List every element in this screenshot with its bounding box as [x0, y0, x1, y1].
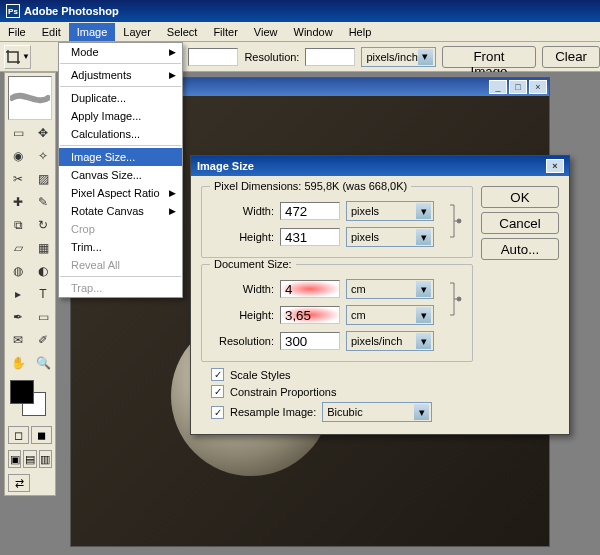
px-height-label: Height: — [210, 231, 274, 243]
chevron-down-icon: ▼ — [22, 52, 30, 61]
chevron-down-icon: ▾ — [416, 203, 431, 219]
menu-select[interactable]: Select — [159, 23, 206, 41]
ok-button[interactable]: OK — [481, 186, 559, 208]
pixel-dimensions-label: Pixel Dimensions: — [214, 180, 301, 192]
chevron-down-icon: ▾ — [416, 333, 431, 349]
menu-image-size[interactable]: Image Size... — [59, 148, 182, 166]
quickmask-mode-button[interactable]: ◼ — [31, 426, 52, 444]
menu-rotate-canvas[interactable]: Rotate Canvas▶ — [59, 202, 182, 220]
type-tool[interactable]: T — [31, 283, 55, 305]
menu-mode[interactable]: Mode▶ — [59, 43, 182, 61]
resample-image-checkbox[interactable]: ✓ Resample Image: Bicubic▾ — [211, 402, 473, 422]
slice-tool[interactable]: ▨ — [31, 168, 55, 190]
clone-stamp-tool[interactable]: ⧉ — [6, 214, 30, 236]
menu-pixel-aspect-ratio[interactable]: Pixel Aspect Ratio▶ — [59, 184, 182, 202]
menu-edit[interactable]: Edit — [34, 23, 69, 41]
menu-adjustments[interactable]: Adjustments▶ — [59, 66, 182, 84]
px-height-input[interactable] — [280, 228, 340, 246]
doc-width-input[interactable] — [280, 280, 340, 298]
move-tool[interactable]: ✥ — [31, 122, 55, 144]
marquee-tool[interactable]: ▭ — [6, 122, 30, 144]
doc-height-unit-select[interactable]: cm▾ — [346, 305, 434, 325]
blur-tool[interactable]: ◍ — [6, 260, 30, 282]
hand-tool[interactable]: ✋ — [6, 352, 30, 374]
menu-image[interactable]: Image — [69, 23, 116, 41]
front-image-button[interactable]: Front Image — [442, 46, 536, 68]
scale-styles-checkbox[interactable]: ✓ Scale Styles — [211, 368, 473, 381]
brush-tool[interactable]: ✎ — [31, 191, 55, 213]
cancel-button[interactable]: Cancel — [481, 212, 559, 234]
notes-tool[interactable]: ✉ — [6, 329, 30, 351]
dialog-close-button[interactable]: × — [546, 159, 564, 173]
foreground-color-swatch[interactable] — [10, 380, 34, 404]
jump-to-imageready[interactable]: ⇄ — [8, 474, 30, 492]
color-swatches[interactable] — [8, 378, 52, 420]
checkmark-icon: ✓ — [211, 385, 224, 398]
zoom-tool[interactable]: 🔍 — [31, 352, 55, 374]
menu-calculations[interactable]: Calculations... — [59, 125, 182, 143]
menu-trap: Trap... — [59, 279, 182, 297]
minimize-button[interactable]: _ — [489, 80, 507, 94]
magic-wand-tool[interactable]: ✧ — [31, 145, 55, 167]
crop-tool-preset[interactable]: ▼ — [4, 45, 31, 69]
opt-height-input[interactable] — [188, 48, 238, 66]
submenu-arrow-icon: ▶ — [169, 47, 176, 57]
menu-help[interactable]: Help — [341, 23, 380, 41]
brush-preview — [8, 76, 52, 120]
app-icon: Ps — [6, 4, 20, 18]
lasso-tool[interactable]: ◉ — [6, 145, 30, 167]
standard-mode-button[interactable]: ◻ — [8, 426, 29, 444]
opt-resolution-label: Resolution: — [244, 51, 299, 63]
menu-window[interactable]: Window — [286, 23, 341, 41]
eyedropper-tool[interactable]: ✐ — [31, 329, 55, 351]
doc-width-unit-select[interactable]: cm▾ — [346, 279, 434, 299]
checkmark-icon: ✓ — [211, 406, 224, 419]
constrain-proportions-checkbox[interactable]: ✓ Constrain Proportions — [211, 385, 473, 398]
screenmode-full-menubar[interactable]: ▤ — [23, 450, 36, 468]
resolution-input[interactable] — [280, 332, 340, 350]
menu-layer[interactable]: Layer — [115, 23, 159, 41]
doc-width-label: Width: — [210, 283, 274, 295]
close-button[interactable]: × — [529, 80, 547, 94]
resample-method-select[interactable]: Bicubic▾ — [322, 402, 432, 422]
menu-trim[interactable]: Trim... — [59, 238, 182, 256]
px-width-input[interactable] — [280, 202, 340, 220]
dodge-tool[interactable]: ◐ — [31, 260, 55, 282]
doc-height-label: Height: — [210, 309, 274, 321]
screenmode-full[interactable]: ▥ — [39, 450, 52, 468]
menu-view[interactable]: View — [246, 23, 286, 41]
px-height-unit-select[interactable]: pixels▾ — [346, 227, 434, 247]
link-icon — [446, 201, 464, 241]
image-menu-dropdown: Mode▶ Adjustments▶ Duplicate... Apply Im… — [58, 42, 183, 298]
history-brush-tool[interactable]: ↻ — [31, 214, 55, 236]
opt-res-unit-select[interactable]: pixels/inch ▾ — [361, 47, 435, 67]
px-width-unit-select[interactable]: pixels▾ — [346, 201, 434, 221]
resolution-unit-select[interactable]: pixels/inch▾ — [346, 331, 434, 351]
constrain-label: Constrain Proportions — [230, 386, 336, 398]
menu-apply-image[interactable]: Apply Image... — [59, 107, 182, 125]
path-selection-tool[interactable]: ▸ — [6, 283, 30, 305]
menu-file[interactable]: File — [0, 23, 34, 41]
eraser-tool[interactable]: ▱ — [6, 237, 30, 259]
doc-height-input[interactable] — [280, 306, 340, 324]
pixel-dimensions-group: Pixel Dimensions: 595,8K (was 668,0K) Wi… — [201, 186, 473, 258]
menu-reveal-all: Reveal All — [59, 256, 182, 274]
shape-tool[interactable]: ▭ — [31, 306, 55, 328]
menu-duplicate[interactable]: Duplicate... — [59, 89, 182, 107]
opt-resolution-input[interactable] — [305, 48, 355, 66]
chevron-down-icon: ▾ — [414, 404, 429, 420]
gradient-tool[interactable]: ▦ — [31, 237, 55, 259]
screenmode-standard[interactable]: ▣ — [8, 450, 21, 468]
menu-canvas-size[interactable]: Canvas Size... — [59, 166, 182, 184]
clear-button[interactable]: Clear — [542, 46, 600, 68]
dialog-titlebar[interactable]: Image Size × — [191, 156, 569, 176]
crop-tool[interactable]: ✂ — [6, 168, 30, 190]
checkmark-icon: ✓ — [211, 368, 224, 381]
maximize-button[interactable]: □ — [509, 80, 527, 94]
menu-filter[interactable]: Filter — [205, 23, 245, 41]
pen-tool[interactable]: ✒ — [6, 306, 30, 328]
menubar[interactable]: File Edit Image Layer Select Filter View… — [0, 22, 600, 42]
healing-brush-tool[interactable]: ✚ — [6, 191, 30, 213]
auto-button[interactable]: Auto... — [481, 238, 559, 260]
submenu-arrow-icon: ▶ — [169, 70, 176, 80]
